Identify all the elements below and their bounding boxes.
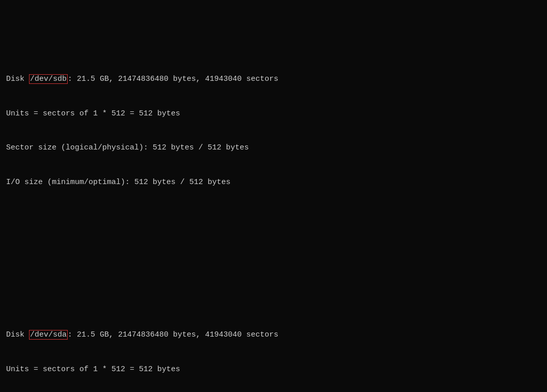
terminal-output: Disk /dev/sdb: 21.5 GB, 21474836480 byte… [6, 5, 541, 392]
sdb-device-highlight: /dev/sdb [29, 74, 68, 84]
disk-sda-section: Disk /dev/sda: 21.5 GB, 21474836480 byte… [6, 307, 541, 392]
sdb-line1: Disk /dev/sdb: 21.5 GB, 21474836480 byte… [6, 74, 541, 85]
sda-line1: Disk /dev/sda: 21.5 GB, 21474836480 byte… [6, 329, 541, 341]
sdb-line4: I/O size (minimum/optimal): 512 bytes / … [6, 177, 541, 189]
disk-sdb-section: Disk /dev/sdb: 21.5 GB, 21474836480 byte… [6, 51, 541, 211]
sdb-line3: Sector size (logical/physical): 512 byte… [6, 142, 541, 154]
sda-line2: Units = sectors of 1 * 512 = 512 bytes [6, 364, 541, 376]
sdb-line2: Units = sectors of 1 * 512 = 512 bytes [6, 108, 541, 120]
spacer1 [6, 250, 541, 261]
sda-device-highlight: /dev/sda [29, 330, 68, 340]
